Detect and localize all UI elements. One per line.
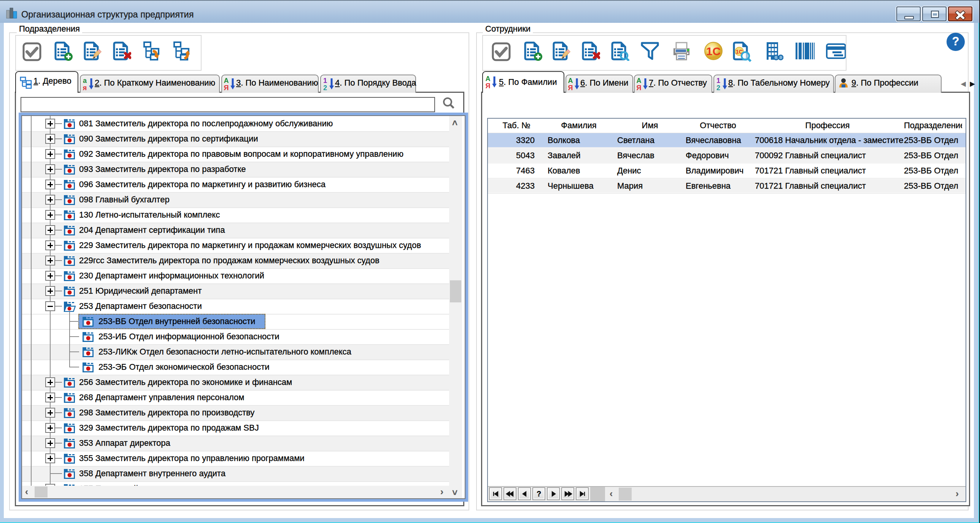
svg-text:1С: 1С bbox=[706, 45, 721, 57]
svg-text:А: А bbox=[568, 77, 573, 85]
svg-text:2: 2 bbox=[716, 84, 720, 92]
svg-text:Я: Я bbox=[224, 84, 229, 92]
svg-text:А: А bbox=[486, 75, 490, 83]
svg-text:Я: Я bbox=[636, 84, 641, 92]
svg-text:2: 2 bbox=[323, 84, 327, 92]
svg-text:а: а bbox=[83, 77, 87, 85]
svg-text:1: 1 bbox=[716, 77, 720, 85]
svg-text:Я: Я bbox=[486, 82, 490, 90]
svg-text:А: А bbox=[636, 77, 641, 85]
svg-text:1: 1 bbox=[323, 77, 327, 85]
svg-text:А: А bbox=[224, 77, 229, 85]
svg-text:я: я bbox=[83, 84, 87, 92]
svg-text:Я: Я bbox=[568, 84, 573, 92]
